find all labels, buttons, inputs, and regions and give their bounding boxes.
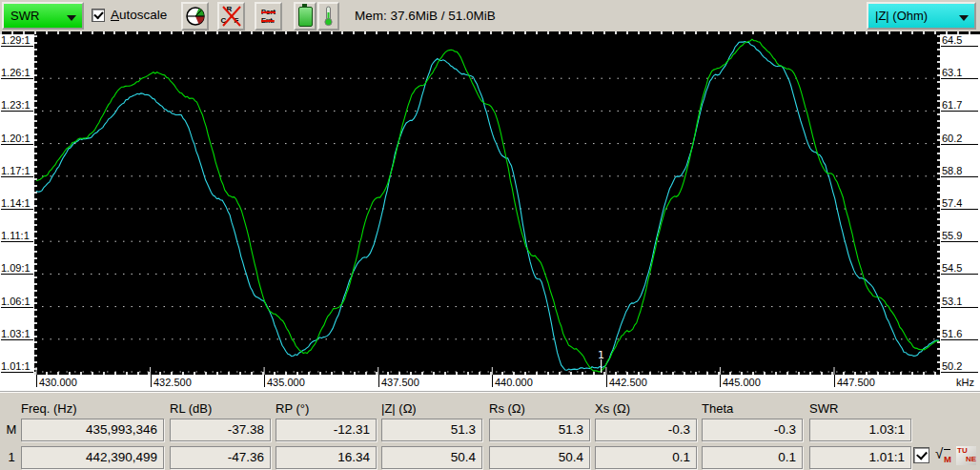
battery-status-button[interactable] — [294, 2, 316, 31]
freq-major-tick — [492, 375, 493, 387]
value-m-z: 51.3 — [381, 419, 482, 441]
freq-tick-label: 432.500 — [153, 377, 192, 388]
swr-tick-label: 1.20:1 — [1, 133, 33, 145]
trace-impedance — [36, 42, 939, 371]
value-m-swr: 1.03:1 — [809, 419, 911, 441]
col-header-theta: Theta — [702, 401, 733, 416]
freq-tick-label: 445.000 — [723, 377, 761, 388]
swr-tick-label: 1.29:1 — [1, 34, 33, 47]
memory-status: Mem: 37.6MiB / 51.0MiB — [355, 9, 496, 23]
value-1-rl: -47.36 — [170, 446, 271, 469]
value-m-freq: 435,993,346 — [21, 419, 164, 441]
autoscale-label[interactable]: Autoscale — [111, 8, 167, 22]
tune-button[interactable]: TU NE — [956, 446, 976, 465]
swr-tick-label: 1.09:1 — [1, 262, 33, 275]
impedance-tick-label: 50.2 — [941, 360, 978, 373]
row-label-m: M — [5, 422, 18, 437]
sqrt-m-button[interactable]: √ M — [935, 445, 953, 465]
swr-tick-label: 1.01:1 — [1, 360, 33, 373]
frequency-axis: kHz 430.000432.500435.000437.500440.0004… — [0, 375, 980, 392]
right-axis-select[interactable]: |Z| (Ohm) — [867, 2, 976, 30]
col-header-swr: SWR — [809, 401, 838, 416]
right-axis-value: |Z| (Ohm) — [875, 9, 928, 23]
impedance-tick-label: 58.8 — [941, 165, 978, 177]
freq-tick-label: 447.500 — [837, 377, 875, 388]
chevron-down-icon — [959, 15, 969, 21]
antenna-analyzer-window: SWR Autoscale R C F — [0, 0, 980, 470]
x-axis-unit: kHz — [942, 377, 974, 388]
value-1-rs: 50.4 — [489, 446, 590, 469]
plot-canvas[interactable]: 1 — [34, 35, 940, 375]
col-header-rp: RP (°) — [276, 401, 309, 416]
value-m-rl: -37.38 — [170, 419, 271, 441]
sqrt-bar — [944, 449, 950, 450]
port-extension-button[interactable]: Port Ext. — [255, 2, 282, 31]
col-header-z: |Z| (Ω) — [381, 401, 417, 416]
impedance-tick-label: 51.6 — [941, 328, 978, 340]
impedance-tick-label: 60.2 — [941, 133, 978, 145]
value-1-rp: 16.34 — [276, 446, 377, 469]
marker-enable-checkbox[interactable] — [913, 447, 929, 463]
thermometer-icon — [323, 6, 334, 27]
marker-label: 1 — [598, 349, 604, 361]
check-icon — [93, 10, 103, 20]
trace-swr — [36, 39, 939, 372]
red-x-icon — [220, 5, 243, 28]
value-1-xs: 0.1 — [595, 446, 697, 469]
freq-major-tick — [36, 375, 37, 387]
rcf-measure-button[interactable]: R C F — [217, 2, 245, 31]
trace-type-value: SWR — [10, 9, 39, 23]
freq-tick-label: 440.000 — [495, 377, 533, 388]
port-extension-disabled-icon: Port Ext. — [261, 8, 276, 25]
freq-major-tick — [151, 375, 152, 387]
autoscale-checkbox[interactable] — [92, 9, 105, 22]
col-header-rs: Rs (Ω) — [489, 401, 525, 416]
swr-tick-label: 1.17:1 — [1, 165, 33, 177]
battery-icon — [298, 7, 313, 27]
col-header-freq: Freq. (Hz) — [21, 401, 77, 416]
impedance-tick-label: 55.9 — [941, 230, 978, 242]
impedance-axis: 64.563.161.760.258.857.455.954.553.151.6… — [940, 34, 980, 375]
freq-major-tick — [606, 375, 607, 387]
freq-tick-label: 430.000 — [39, 377, 77, 388]
value-1-freq: 442,390,499 — [21, 446, 164, 469]
row-label-1: 1 — [5, 450, 18, 464]
freq-tick-label: 435.000 — [267, 377, 305, 388]
impedance-tick-label: 54.5 — [941, 262, 978, 275]
toolbar: SWR Autoscale R C F — [0, 0, 980, 32]
freq-tick-label: 437.500 — [381, 377, 419, 388]
value-1-swr: 1.01:1 — [809, 446, 911, 469]
top-minor-ticks — [0, 31, 980, 34]
swr-axis: 1.29:11.26:11.23:11.20:11.17:11.14:11.11… — [0, 34, 34, 375]
col-header-xs: Xs (Ω) — [595, 401, 630, 416]
value-m-xs: -0.3 — [595, 419, 697, 441]
value-m-rp: -12.31 — [276, 419, 377, 441]
value-1-theta: 0.1 — [702, 446, 803, 469]
swr-tick-label: 1.11:1 — [1, 230, 33, 242]
freq-tick-label: 442.500 — [609, 377, 647, 388]
check-icon — [916, 448, 928, 460]
freq-major-tick — [720, 375, 721, 387]
swr-tick-label: 1.06:1 — [1, 296, 33, 308]
swr-tick-label: 1.23:1 — [1, 99, 33, 112]
impedance-tick-label: 57.4 — [941, 197, 978, 210]
value-m-rs: 51.3 — [489, 419, 590, 441]
freq-major-tick — [834, 375, 835, 387]
impedance-tick-label: 53.1 — [941, 296, 978, 308]
impedance-tick-label: 64.5 — [941, 34, 978, 47]
col-header-rl: RL (dB) — [170, 401, 212, 416]
temperature-button[interactable] — [317, 2, 339, 31]
value-m-theta: -0.3 — [702, 419, 803, 441]
smith-chart-icon — [185, 6, 206, 27]
impedance-tick-label: 63.1 — [941, 67, 978, 79]
swr-tick-label: 1.14:1 — [1, 197, 33, 210]
value-1-z: 50.4 — [381, 446, 482, 469]
impedance-tick-label: 61.7 — [941, 99, 978, 112]
chevron-down-icon — [67, 15, 76, 21]
freq-major-tick — [264, 375, 265, 387]
smith-chart-button[interactable] — [181, 2, 209, 31]
sqrt-icon: √ — [935, 445, 943, 461]
trace-type-select[interactable]: SWR — [2, 2, 84, 30]
swr-tick-label: 1.03:1 — [1, 328, 33, 340]
rcf-disabled-icon: R C F — [220, 5, 243, 28]
